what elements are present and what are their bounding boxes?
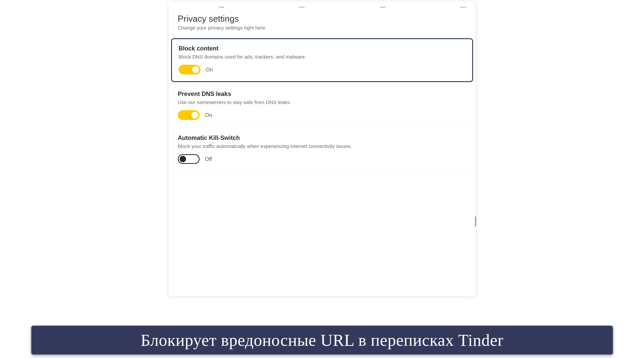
- toggle-row: On: [179, 65, 466, 74]
- toggle-state-label: On: [205, 112, 212, 118]
- toggle-knob-icon: [192, 66, 199, 73]
- kill-switch-toggle[interactable]: [178, 154, 200, 164]
- page-header: Privacy settings Change your privacy set…: [168, 12, 476, 38]
- scrollbar-thumb-icon[interactable]: [475, 216, 476, 226]
- toggle-state-label: On: [206, 66, 213, 73]
- tab-indicator-icon: [380, 7, 386, 8]
- caption-banner: Блокирует вредоносные URL в переписках T…: [31, 326, 613, 355]
- setting-title: Block content: [179, 45, 466, 52]
- toggle-knob-icon: [180, 156, 186, 162]
- setting-title: Automatic Kill-Switch: [178, 134, 466, 142]
- setting-block-content: Block content Block DNS domains used for…: [171, 38, 473, 82]
- tab-indicator-icon: [460, 7, 466, 8]
- toggle-row: Off: [178, 154, 466, 164]
- setting-description: Block your traffic automatically when ex…: [178, 144, 466, 149]
- tab-indicator-icon: [299, 7, 305, 8]
- page-subtitle: Change your privacy settings right here.: [178, 25, 466, 31]
- caption-text: Блокирует вредоносные URL в переписках T…: [141, 330, 504, 350]
- toggle-knob-icon: [192, 112, 198, 118]
- tab-indicator-icon: [219, 7, 224, 8]
- settings-panel-wrapper: Privacy settings Change your privacy set…: [168, 2, 476, 296]
- setting-title: Prevent DNS leaks: [178, 90, 466, 98]
- prevent-dns-leaks-toggle[interactable]: [178, 110, 200, 120]
- tab-indicators: [168, 7, 476, 8]
- setting-kill-switch: Automatic Kill-Switch Block your traffic…: [168, 128, 476, 172]
- toggle-row: On: [178, 110, 466, 120]
- page-title: Privacy settings: [178, 14, 466, 24]
- setting-description: Block DNS domains used for ads, trackers…: [179, 54, 466, 60]
- toggle-state-label: Off: [205, 156, 212, 162]
- setting-prevent-dns-leaks: Prevent DNS leaks Use our nameservers to…: [168, 84, 476, 128]
- privacy-settings-panel: Privacy settings Change your privacy set…: [168, 2, 476, 296]
- block-content-toggle[interactable]: [179, 65, 200, 74]
- setting-description: Use our nameservers to stay safe from DN…: [178, 100, 466, 105]
